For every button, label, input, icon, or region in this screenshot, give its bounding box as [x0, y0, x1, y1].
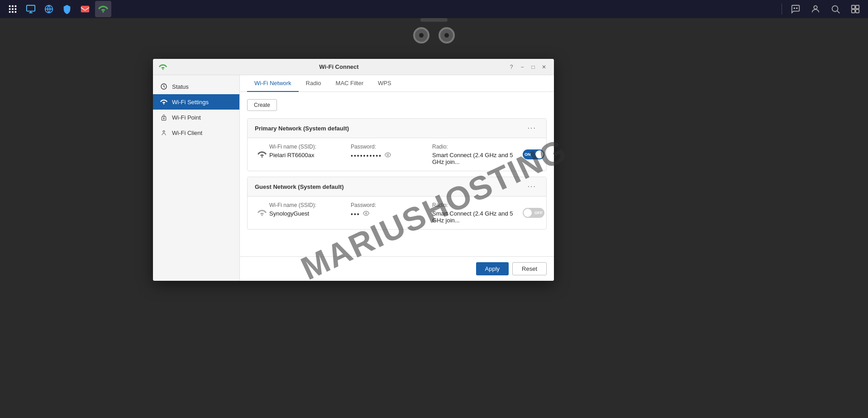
svg-rect-1 [12, 5, 14, 7]
guest-ssid-value: SynologyGuest [269, 210, 342, 217]
wifi-point-icon [160, 114, 167, 121]
shield-icon[interactable] [59, 1, 75, 17]
apply-button[interactable]: Apply [476, 262, 509, 275]
primary-wifi-signal-icon [258, 150, 267, 159]
content-area: Create Primary Network (System default) … [240, 92, 554, 256]
guest-wifi-signal-icon [258, 208, 267, 217]
sidebar-item-wifi-client[interactable]: Wi-Fi Client [153, 125, 239, 140]
primary-wifi-icon-cell [255, 150, 269, 159]
close-button[interactable]: ✕ [539, 62, 548, 72]
guest-toggle-label: OFF [534, 211, 543, 215]
primary-password-group: Password: •••••••••• [351, 144, 423, 165]
primary-radio-group: Radio: Smart Connect (2.4 GHz and 5 GHz … [432, 144, 523, 165]
svg-point-28 [365, 212, 367, 214]
main-content: Wi-Fi Network Radio MAC Filter WPS Creat… [240, 75, 554, 281]
sidebar-wifi-point-label: Wi-Fi Point [172, 114, 201, 121]
notification-icon[interactable] [77, 1, 93, 17]
svg-point-15 [796, 8, 797, 9]
svg-point-25 [163, 118, 165, 119]
guest-eye-icon[interactable] [363, 210, 369, 218]
guest-toggle-off[interactable]: OFF [523, 208, 544, 218]
guest-password-value: ••• [351, 210, 423, 218]
sidebar-item-wifi-settings[interactable]: Wi-Fi Settings [153, 94, 239, 110]
primary-ssid-value: Pielari RT6600ax [269, 152, 342, 159]
primary-network-toggle[interactable]: ON [523, 149, 544, 159]
bg-eye-left-inner [419, 33, 424, 38]
bg-eye-left [413, 27, 429, 43]
maximize-button[interactable]: □ [529, 62, 538, 72]
tab-radio[interactable]: Radio [299, 75, 329, 92]
guest-radio-value: Smart Connect (2.4 GHz and 5 GHz join... [432, 210, 523, 224]
guest-password-label: Password: [351, 202, 423, 208]
svg-point-26 [163, 130, 165, 132]
grid-icon[interactable] [5, 1, 21, 17]
primary-network-section: Primary Network (System default) ··· Wi-… [247, 118, 547, 171]
svg-rect-20 [856, 5, 859, 9]
svg-rect-3 [9, 8, 11, 10]
guest-radio-group: Radio: Smart Connect (2.4 GHz and 5 GHz … [432, 202, 523, 224]
primary-network-fields: Wi-Fi name (SSID): Pielari RT6600ax Pass… [269, 144, 523, 165]
wifi-settings-icon [160, 98, 167, 106]
tab-wifi-network[interactable]: Wi-Fi Network [247, 75, 299, 92]
primary-radio-value: Smart Connect (2.4 GHz and 5 GHz join... [432, 152, 523, 165]
user-icon[interactable] [807, 1, 824, 17]
svg-point-27 [387, 154, 389, 156]
svg-rect-9 [27, 5, 35, 11]
help-button[interactable]: ? [507, 62, 516, 72]
minimize-button[interactable]: − [518, 62, 527, 72]
svg-point-16 [814, 6, 817, 9]
sidebar-item-status[interactable]: Status [153, 79, 239, 94]
guest-wifi-icon-cell [255, 208, 269, 217]
sidebar-item-wifi-point[interactable]: Wi-Fi Point [153, 110, 239, 125]
primary-ssid-label: Wi-Fi name (SSID): [269, 144, 342, 150]
wifi-client-icon [160, 129, 167, 136]
svg-rect-13 [81, 6, 89, 13]
sidebar-wifi-settings-label: Wi-Fi Settings [172, 99, 209, 106]
sidebar: Status Wi-Fi Settings Wi-Fi Point Wi [153, 75, 240, 281]
wifi-connect-modal: Wi-Fi Connect ? − □ ✕ Status Wi-Fi Setti… [153, 59, 554, 281]
clock-icon [160, 83, 167, 90]
guest-radio-label: Radio: [432, 202, 523, 208]
primary-network-row: Wi-Fi name (SSID): Pielari RT6600ax Pass… [248, 138, 546, 171]
search-icon[interactable] [827, 1, 844, 17]
create-button[interactable]: Create [247, 99, 277, 111]
wifi-active-icon[interactable] [95, 1, 111, 17]
sidebar-wifi-client-label: Wi-Fi Client [172, 130, 202, 136]
primary-password-dots: •••••••••• [351, 152, 382, 159]
network-icon[interactable] [41, 1, 57, 17]
modal-icon [158, 62, 167, 72]
svg-rect-6 [9, 11, 11, 13]
svg-point-17 [832, 6, 838, 12]
svg-rect-2 [15, 5, 17, 7]
taskbar-divider [782, 4, 782, 14]
bg-decoration [413, 18, 455, 43]
bg-eye-right-inner [444, 33, 449, 38]
svg-rect-19 [852, 5, 855, 9]
guest-network-toggle[interactable]: OFF [523, 208, 544, 218]
svg-rect-22 [856, 10, 859, 13]
primary-network-menu[interactable]: ··· [525, 123, 539, 133]
bg-eye-right [439, 27, 455, 43]
modal-title: Wi-Fi Connect [171, 63, 507, 70]
windows-icon[interactable] [847, 1, 863, 17]
svg-line-18 [837, 11, 839, 13]
chat-icon[interactable] [787, 1, 804, 17]
tab-mac-filter[interactable]: MAC Filter [329, 75, 371, 92]
guest-network-section: Guest Network (System default) ··· Wi-Fi… [247, 177, 547, 230]
desktop-icon[interactable] [23, 1, 39, 17]
tab-wps[interactable]: WPS [371, 75, 399, 92]
sidebar-status-label: Status [172, 83, 189, 90]
primary-radio-label: Radio: [432, 144, 523, 150]
guest-network-menu[interactable]: ··· [525, 182, 539, 192]
taskbar-right [779, 1, 864, 17]
primary-eye-icon[interactable] [385, 152, 391, 159]
modal-body: Status Wi-Fi Settings Wi-Fi Point Wi [153, 75, 554, 281]
modal-titlebar: Wi-Fi Connect ? − □ ✕ [153, 59, 554, 75]
guest-password-dots: ••• [351, 211, 360, 218]
svg-rect-4 [12, 8, 14, 10]
svg-point-14 [794, 8, 795, 9]
bg-bar [420, 18, 448, 22]
reset-button[interactable]: Reset [512, 262, 547, 275]
primary-toggle-label: ON [525, 152, 531, 157]
primary-toggle-on[interactable]: ON [523, 149, 544, 159]
